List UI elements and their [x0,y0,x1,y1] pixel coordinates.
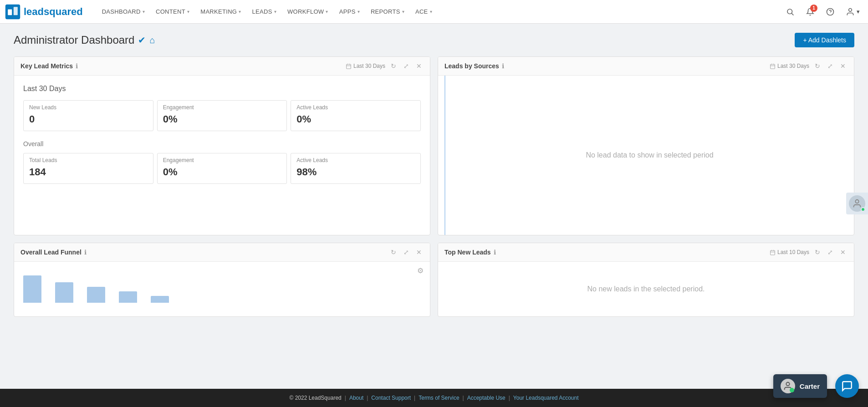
chat-user-bar[interactable]: Carter [773,374,827,398]
nav-item-leads[interactable]: LEADS ▾ [247,0,282,24]
logo-icon [5,4,21,20]
chat-user-avatar-wrap [781,379,795,393]
metric-cell-total-leads: Total Leads 184 [23,153,153,184]
dashlet-title: Overall Lead Funnel [20,249,82,256]
metric-cell-engagement-30: Engagement 0% [157,100,287,131]
expand-button[interactable]: ⤢ [402,248,411,257]
refresh-button[interactable]: ↻ [813,61,822,71]
close-button[interactable]: ✕ [414,248,424,257]
funnel-body: ⚙ [14,262,430,316]
info-icon[interactable]: ℹ [84,249,87,256]
page-title: Administrator Dashboard [14,34,134,46]
close-button[interactable]: ✕ [414,61,424,71]
chevron-down-icon: ▾ [402,9,404,14]
navbar-actions: 1 ▾ [782,4,863,20]
search-button[interactable] [782,4,798,20]
svg-point-20 [855,200,858,203]
svg-rect-2 [14,7,18,15]
calendar-icon [346,63,352,69]
dashlet-body: Last 30 Days New Leads 0 Engagement 0% A… [14,76,430,193]
chevron-down-icon: ▾ [274,9,276,14]
user-avatar-icon [852,198,862,209]
chat-icon [841,380,853,392]
verified-icon: ✔ [138,35,146,46]
svg-rect-0 [5,4,20,19]
nav-item-marketing[interactable]: MARKETING ▾ [195,0,246,24]
notifications-button[interactable]: 1 [802,4,818,20]
chevron-down-icon: ▾ [143,9,145,14]
nav-item-ace[interactable]: ACE ▾ [410,0,438,24]
dashlet-title: Top New Leads [444,249,491,256]
dashlet-leads-by-sources-header: Leads by Sources ℹ Last 30 Days ↻ ⤢ ✕ [438,57,854,76]
chat-bubble-button[interactable] [835,374,859,398]
bar [151,296,169,303]
footer-link-account[interactable]: Your Leadsquared Account [513,395,579,401]
close-button[interactable]: ✕ [838,248,848,257]
info-icon[interactable]: ℹ [494,249,496,256]
close-button[interactable]: ✕ [838,61,848,71]
add-dashlets-button[interactable]: + Add Dashlets [795,33,854,47]
footer-link-terms[interactable]: Terms of Service [419,395,459,401]
chat-user-name: Carter [800,382,820,390]
leads-by-sources-body: No lead data to show in selected period [438,76,854,235]
dashlet-controls: ↻ ⤢ ✕ [389,248,424,257]
metric-cell-value: 0 [29,113,148,125]
user-menu-button[interactable]: ▾ [842,4,863,20]
floating-avatar[interactable] [846,193,868,214]
funnel-chart-area [23,266,421,303]
footer-link-about[interactable]: About [349,395,363,401]
nav-item-apps[interactable]: APPS ▾ [334,0,365,24]
chart-axis-line [438,76,445,235]
date-range[interactable]: Last 10 Days [770,249,809,255]
metric-period-label: Last 30 Days [23,85,421,93]
expand-button[interactable]: ⤢ [402,61,411,71]
nav-item-dashboard[interactable]: DASHBOARD ▾ [97,0,150,24]
chevron-down-icon: ▾ [187,9,189,14]
navbar: leadsquared DASHBOARD ▾ CONTENT ▾ MARKET… [0,0,868,24]
dashlet-controls: Last 30 Days ↻ ⤢ ✕ [770,61,848,71]
chevron-down-icon: ▾ [430,9,432,14]
dashlet-title-area: Leads by Sources ℹ [444,62,504,70]
footer: © 2022 LeadSquared | About | Contact Sup… [0,389,868,407]
bar [119,291,137,303]
date-range[interactable]: Last 30 Days [346,63,385,69]
bar [87,287,105,303]
refresh-button[interactable]: ↻ [813,248,822,257]
nav-item-reports[interactable]: REPORTS ▾ [365,0,410,24]
chevron-down-icon: ▾ [857,8,860,15]
svg-point-21 [786,382,789,386]
logo-text: leadsquared [24,6,83,18]
svg-rect-1 [8,9,12,15]
refresh-button[interactable]: ↻ [389,248,398,257]
metric-cell-active-leads-overall: Active Leads 98% [291,153,421,184]
gear-button[interactable]: ⚙ [417,266,424,275]
dashlet-title-area: Overall Lead Funnel ℹ [20,249,87,256]
footer-link-contact-support[interactable]: Contact Support [371,395,411,401]
dashlet-overall-lead-funnel: Overall Lead Funnel ℹ ↻ ⤢ ✕ ⚙ [14,243,430,317]
nav-item-workflow[interactable]: WORKFLOW ▾ [282,0,334,24]
calendar-icon [770,249,776,255]
expand-button[interactable]: ⤢ [826,248,835,257]
chart-empty-area: No lead data to show in selected period [445,76,854,235]
funnel-bar-3 [87,287,105,303]
dashlet-controls: Last 30 Days ↻ ⤢ ✕ [346,61,424,71]
bar [23,275,41,303]
info-icon[interactable]: ℹ [502,62,504,70]
dashlet-key-lead-metrics-header: Key Lead Metrics ℹ Last 30 Days ↻ ⤢ ✕ [14,57,430,76]
no-data-message: No new leads in the selected period. [587,285,705,293]
refresh-button[interactable]: ↻ [389,61,398,71]
help-button[interactable] [822,4,838,20]
footer-link-acceptable-use[interactable]: Acceptable Use [467,395,505,401]
nav-item-content[interactable]: CONTENT ▾ [150,0,195,24]
notification-badge: 1 [810,5,817,12]
home-icon[interactable]: ⌂ [149,35,155,46]
dashlet-top-new-leads-header: Top New Leads ℹ Last 10 Days ↻ ⤢ ✕ [438,243,854,262]
dashlet-key-lead-metrics: Key Lead Metrics ℹ Last 30 Days ↻ ⤢ ✕ [14,56,430,235]
dashlet-controls: Last 10 Days ↻ ⤢ ✕ [770,248,848,257]
date-range[interactable]: Last 30 Days [770,63,809,69]
logo[interactable]: leadsquared [5,4,83,20]
expand-button[interactable]: ⤢ [826,61,835,71]
metric-cell-new-leads: New Leads 0 [23,100,153,131]
metric-cell-engagement-overall: Engagement 0% [157,153,287,184]
info-icon[interactable]: ℹ [76,62,78,70]
